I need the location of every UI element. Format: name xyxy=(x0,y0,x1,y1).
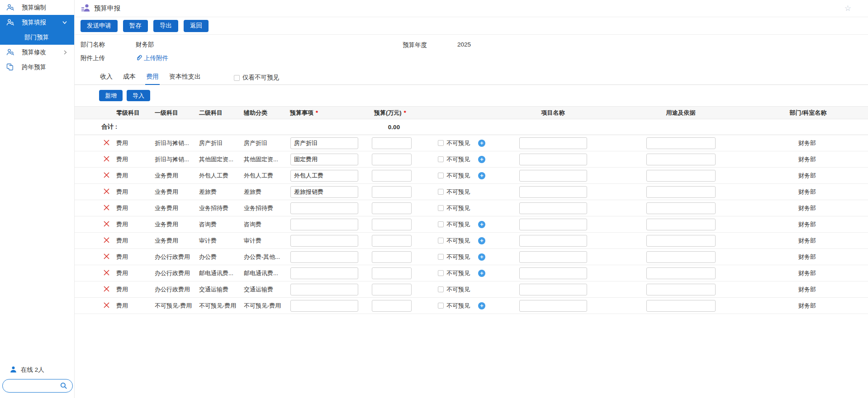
usage-basis-input[interactable] xyxy=(646,137,716,149)
delete-row-icon[interactable] xyxy=(103,204,110,212)
unforeseen-checkbox[interactable] xyxy=(438,140,444,146)
budget-item-input[interactable] xyxy=(290,170,358,182)
tab-income[interactable]: 收入 xyxy=(99,72,114,85)
back-button[interactable]: 返回 xyxy=(184,20,209,32)
unforeseen-checkbox[interactable] xyxy=(438,173,444,178)
project-name-input[interactable] xyxy=(519,137,587,149)
usage-basis-input[interactable] xyxy=(646,235,716,247)
unforeseen-checkbox[interactable] xyxy=(438,270,444,276)
unforeseen-checkbox[interactable] xyxy=(438,254,444,260)
usage-basis-input[interactable] xyxy=(646,300,716,312)
tab-capital-expenditure[interactable]: 资本性支出 xyxy=(168,72,202,85)
project-name-input[interactable] xyxy=(519,251,587,263)
budget-item-input[interactable] xyxy=(290,154,358,165)
unforeseen-checkbox[interactable] xyxy=(438,156,444,162)
delete-row-icon[interactable] xyxy=(103,172,110,180)
tab-expense[interactable]: 费用 xyxy=(145,72,160,85)
project-name-input[interactable] xyxy=(519,235,587,247)
budget-amount-input[interactable] xyxy=(372,300,412,312)
sidebar-item-label: 跨年预算 xyxy=(22,63,46,71)
add-sub-row-icon[interactable]: + xyxy=(478,140,485,147)
budget-item-input[interactable] xyxy=(290,219,358,230)
usage-basis-input[interactable] xyxy=(646,267,716,279)
unforeseen-only-checkbox[interactable] xyxy=(234,75,240,81)
tab-cost[interactable]: 成本 xyxy=(122,72,137,85)
project-name-input[interactable] xyxy=(519,284,587,295)
budget-item-input[interactable] xyxy=(290,235,358,247)
usage-basis-input[interactable] xyxy=(646,251,716,263)
unforeseen-checkbox[interactable] xyxy=(438,205,444,211)
budget-amount-input[interactable] xyxy=(372,235,412,247)
add-sub-row-icon[interactable]: + xyxy=(478,156,485,163)
save-draft-button[interactable]: 暂存 xyxy=(123,20,148,32)
sidebar-item-department-budget[interactable]: 部门预算 xyxy=(0,30,74,45)
usage-basis-input[interactable] xyxy=(646,219,716,230)
sidebar-item-budget-modify[interactable]: 预算修改 xyxy=(0,45,74,60)
usage-basis-input[interactable] xyxy=(646,170,716,182)
add-sub-row-icon[interactable]: + xyxy=(478,270,485,277)
sidebar-item-budget-compile[interactable]: 预算编制 xyxy=(0,0,74,15)
delete-row-icon[interactable] xyxy=(103,269,110,277)
budget-item-input[interactable] xyxy=(290,186,358,198)
budget-item-input[interactable] xyxy=(290,137,358,149)
table-row: 费用 办公行政费用 邮电通讯费... 邮电通讯费... 不可预见 + 财务部 xyxy=(75,265,868,281)
unforeseen-checkbox[interactable] xyxy=(438,238,444,243)
delete-row-icon[interactable] xyxy=(103,220,110,229)
budget-amount-input[interactable] xyxy=(372,219,412,230)
delete-row-icon[interactable] xyxy=(103,188,110,196)
favorite-star-icon[interactable]: ☆ xyxy=(844,4,851,13)
usage-basis-input[interactable] xyxy=(646,186,716,198)
delete-row-icon[interactable] xyxy=(103,155,110,164)
import-button[interactable]: 导入 xyxy=(127,90,150,101)
project-name-input[interactable] xyxy=(519,154,587,165)
unforeseen-checkbox[interactable] xyxy=(438,189,444,195)
unforeseen-checkbox[interactable] xyxy=(438,286,444,292)
delete-row-icon[interactable] xyxy=(103,139,110,147)
project-name-input[interactable] xyxy=(519,219,587,230)
budget-item-input[interactable] xyxy=(290,300,358,312)
project-name-input[interactable] xyxy=(519,170,587,182)
sidebar-search xyxy=(2,379,73,393)
add-sub-row-icon[interactable]: + xyxy=(478,172,485,179)
sidebar-item-crossyear-budget[interactable]: 跨年预算 xyxy=(0,60,74,75)
delete-row-icon[interactable] xyxy=(103,237,110,245)
delete-row-icon[interactable] xyxy=(103,286,110,294)
budget-amount-input[interactable] xyxy=(372,284,412,295)
search-icon[interactable] xyxy=(60,382,67,391)
export-button[interactable]: 导出 xyxy=(153,20,178,32)
add-sub-row-icon[interactable]: + xyxy=(478,253,485,261)
unforeseen-only-filter[interactable]: 仅看不可预见 xyxy=(234,74,279,82)
unforeseen-checkbox[interactable] xyxy=(438,303,444,309)
budget-amount-input[interactable] xyxy=(372,186,412,198)
project-name-input[interactable] xyxy=(519,186,587,198)
budget-amount-input[interactable] xyxy=(372,154,412,165)
add-sub-row-icon[interactable]: + xyxy=(478,237,485,244)
paperclip-icon xyxy=(136,54,142,62)
add-sub-row-icon[interactable]: + xyxy=(478,302,485,309)
project-name-input[interactable] xyxy=(519,267,587,279)
budget-amount-input[interactable] xyxy=(372,267,412,279)
budget-amount-input[interactable] xyxy=(372,170,412,182)
add-row-button[interactable]: 新增 xyxy=(99,90,123,101)
delete-row-icon[interactable] xyxy=(103,253,110,261)
project-name-input[interactable] xyxy=(519,202,587,214)
budget-amount-input[interactable] xyxy=(372,137,412,149)
add-sub-row-icon[interactable]: + xyxy=(478,221,485,228)
send-request-button[interactable]: 发送申请 xyxy=(81,20,118,32)
budget-item-input[interactable] xyxy=(290,202,358,214)
delete-row-icon[interactable] xyxy=(103,302,110,310)
sidebar-item-budget-fill[interactable]: 预算填报 xyxy=(0,15,74,30)
budget-item-input[interactable] xyxy=(290,251,358,263)
budget-amount-input[interactable] xyxy=(372,202,412,214)
project-name-input[interactable] xyxy=(519,300,587,312)
cell-level1: 不可预见-费用 xyxy=(153,302,197,310)
usage-basis-input[interactable] xyxy=(646,202,716,214)
budget-item-input[interactable] xyxy=(290,267,358,279)
unforeseen-checkbox[interactable] xyxy=(438,221,444,227)
usage-basis-input[interactable] xyxy=(646,154,716,165)
upload-attachment-link[interactable]: 上传附件 xyxy=(136,54,168,62)
cell-dept: 财务部 xyxy=(755,220,859,229)
usage-basis-input[interactable] xyxy=(646,284,716,295)
budget-item-input[interactable] xyxy=(290,284,358,295)
budget-amount-input[interactable] xyxy=(372,251,412,263)
